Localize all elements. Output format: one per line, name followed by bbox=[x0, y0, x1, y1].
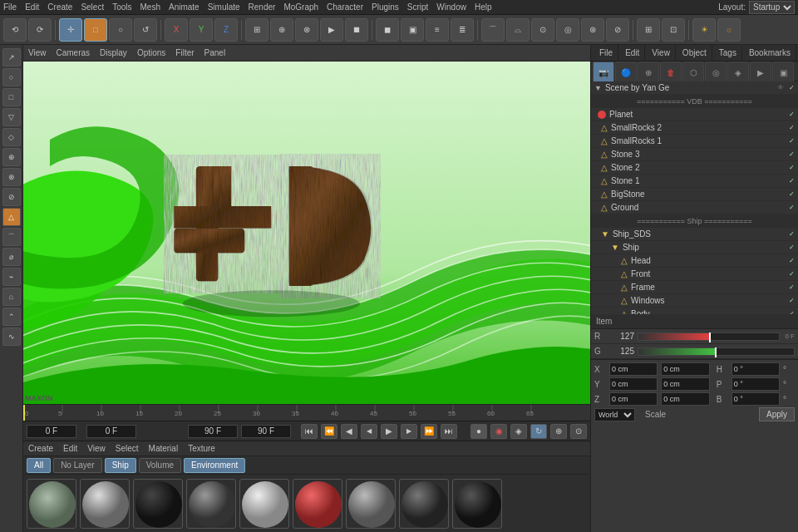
transport-prev-key-btn[interactable]: ⏪ bbox=[321, 424, 337, 439]
transport-prev-btn[interactable]: ◀ bbox=[341, 424, 357, 439]
mat-menu-view[interactable]: View bbox=[87, 444, 106, 453]
vp-menu-view[interactable]: View bbox=[28, 48, 47, 57]
obj2-btn[interactable]: ⊕ bbox=[270, 18, 293, 42]
material-swatch-2[interactable] bbox=[80, 479, 130, 529]
spline6-btn[interactable]: ⊘ bbox=[606, 18, 629, 42]
tree-item-ship[interactable]: ▼ Ship ✓ bbox=[591, 241, 798, 254]
left-tool-sub[interactable]: ⊗ bbox=[2, 168, 21, 186]
material-swatch-9[interactable] bbox=[452, 479, 502, 529]
left-tool-arrow[interactable]: ↗ bbox=[2, 48, 21, 66]
transport-key-btn[interactable]: ◈ bbox=[510, 424, 527, 439]
mat-tab-nolayer[interactable]: No Layer bbox=[53, 458, 102, 473]
material-swatch-7[interactable] bbox=[346, 479, 396, 529]
menu-edit[interactable]: Edit bbox=[25, 2, 39, 12]
menu-plugins[interactable]: Plugins bbox=[372, 2, 399, 12]
transport-first-btn[interactable]: ⏮ bbox=[301, 424, 318, 439]
tree-item-head[interactable]: △ Head ✓ bbox=[591, 254, 798, 268]
deform2-btn[interactable]: ⊡ bbox=[662, 18, 685, 42]
move-tool-btn[interactable]: □ bbox=[84, 18, 107, 42]
vis-check-sr2[interactable]: ✓ bbox=[786, 123, 796, 133]
mat-menu-material[interactable]: Material bbox=[149, 444, 179, 453]
left-tool-brush[interactable]: ⌒ bbox=[2, 228, 21, 246]
right-tab-tags[interactable]: Tags bbox=[714, 45, 742, 62]
left-tool-rect[interactable]: □ bbox=[2, 88, 21, 106]
transport-play-btn[interactable]: ▶ bbox=[381, 424, 397, 439]
right-tab-bookmarks[interactable]: Bookmarks bbox=[744, 45, 796, 62]
x2-pos-field[interactable]: 0 cm bbox=[661, 362, 709, 376]
menu-character[interactable]: Character bbox=[327, 2, 363, 12]
rotate-tool-btn[interactable]: ↺ bbox=[134, 18, 157, 42]
h-field[interactable]: 0 ° bbox=[732, 362, 780, 376]
deform1-btn[interactable]: ⊞ bbox=[637, 18, 660, 42]
cam1-btn[interactable]: ◼ bbox=[376, 18, 399, 42]
mat-menu-edit[interactable]: Edit bbox=[63, 444, 77, 453]
spline2-btn[interactable]: ⌓ bbox=[506, 18, 530, 42]
transport-prev-frame-btn[interactable]: ◀ bbox=[361, 424, 377, 439]
transport-next-btn[interactable]: ⏩ bbox=[421, 424, 437, 439]
obj3-btn[interactable]: ⊗ bbox=[295, 18, 318, 42]
tree-item-front[interactable]: △ Front ✓ bbox=[591, 268, 798, 281]
tree-item-windows[interactable]: △ Windows ✓ bbox=[591, 294, 798, 308]
vp-menu-cameras[interactable]: Cameras bbox=[57, 48, 91, 57]
3d-viewport[interactable]: MAXON bbox=[23, 62, 590, 404]
transport-record-btn[interactable]: ● bbox=[470, 424, 487, 439]
r-icon-group[interactable]: ▣ bbox=[772, 62, 794, 83]
cam4-btn[interactable]: ≣ bbox=[451, 18, 474, 42]
material-swatch-1[interactable] bbox=[27, 479, 76, 529]
menu-simulate[interactable]: Simulate bbox=[208, 2, 240, 12]
menu-mesh[interactable]: Mesh bbox=[140, 2, 160, 12]
vis-check-planet[interactable]: ✓ bbox=[786, 110, 796, 120]
tree-item-planet[interactable]: Planet ✓ bbox=[591, 108, 798, 121]
layout-select[interactable]: Startup bbox=[749, 1, 795, 14]
r-icon-anim[interactable]: ▶ bbox=[750, 62, 771, 83]
menu-render[interactable]: Render bbox=[249, 2, 276, 12]
mat-tab-environment[interactable]: Environment bbox=[184, 458, 245, 473]
select-tool-btn[interactable]: ✛ bbox=[59, 18, 82, 42]
z-axis-btn[interactable]: Z bbox=[214, 18, 238, 42]
left-tool-mag[interactable]: ⌀ bbox=[2, 248, 21, 266]
p-field[interactable]: 0 ° bbox=[732, 377, 780, 391]
light2-btn[interactable]: ☼ bbox=[717, 18, 741, 42]
vis-eye[interactable]: 👁 bbox=[776, 83, 786, 93]
vis-check-sds[interactable]: ✓ bbox=[786, 229, 796, 239]
right-tab-edit[interactable]: Edit bbox=[620, 45, 645, 62]
light1-btn[interactable]: ☀ bbox=[692, 18, 716, 42]
vis-check-s1[interactable]: ✓ bbox=[786, 176, 796, 186]
vp-menu-filter[interactable]: Filter bbox=[175, 48, 194, 57]
redo-btn[interactable]: ⟳ bbox=[28, 18, 52, 42]
spline3-btn[interactable]: ⊙ bbox=[531, 18, 554, 42]
vis-check-bs[interactable]: ✓ bbox=[786, 190, 796, 200]
y-pos-field[interactable]: 0 cm bbox=[609, 377, 658, 391]
mat-menu-texture[interactable]: Texture bbox=[188, 444, 215, 453]
r-icon-geo[interactable]: ⬡ bbox=[682, 62, 704, 83]
right-tab-view[interactable]: View bbox=[647, 45, 676, 62]
r-icon-camera[interactable]: 📷 bbox=[593, 62, 614, 83]
transport-last-btn[interactable]: ⏭ bbox=[441, 424, 457, 439]
end-frame-field1[interactable]: 90 F bbox=[188, 425, 238, 438]
mat-menu-select[interactable]: Select bbox=[116, 444, 139, 453]
obj1-btn[interactable]: ⊞ bbox=[245, 18, 268, 42]
vis-check-front[interactable]: ✓ bbox=[786, 269, 796, 279]
material-swatch-5[interactable] bbox=[239, 479, 289, 529]
r-icon-mat[interactable]: ◎ bbox=[705, 62, 727, 83]
tree-item-scene[interactable]: ▼ Scene by Yan Ge 👁 ✓ bbox=[591, 81, 798, 95]
menu-animate[interactable]: Animate bbox=[169, 2, 200, 12]
vis-check-s2[interactable]: ✓ bbox=[786, 163, 796, 173]
mat-tab-ship[interactable]: Ship bbox=[105, 458, 136, 473]
mat-tab-all[interactable]: All bbox=[27, 458, 51, 473]
y2-pos-field[interactable]: 0 cm bbox=[661, 377, 709, 391]
vp-menu-display[interactable]: Display bbox=[100, 48, 127, 57]
coord-system-select[interactable]: World Object bbox=[594, 408, 635, 421]
b-field[interactable]: 0 ° bbox=[732, 392, 780, 406]
x-axis-btn[interactable]: X bbox=[165, 18, 188, 42]
cam3-btn[interactable]: ≡ bbox=[426, 18, 449, 42]
spline4-btn[interactable]: ◎ bbox=[556, 18, 579, 42]
vis-check-head[interactable]: ✓ bbox=[786, 256, 796, 266]
menu-select[interactable]: Select bbox=[81, 2, 104, 12]
menu-tools[interactable]: Tools bbox=[112, 2, 131, 12]
tree-item-ground[interactable]: △ Ground ✓ bbox=[591, 201, 798, 214]
transport-loop-btn[interactable]: ↻ bbox=[530, 424, 547, 439]
tree-item-smallrocks1[interactable]: △ SmallRocks 1 ✓ bbox=[591, 135, 798, 148]
left-tool-move[interactable]: ⌁ bbox=[2, 268, 21, 286]
left-tool-tri[interactable]: ▽ bbox=[2, 108, 21, 126]
